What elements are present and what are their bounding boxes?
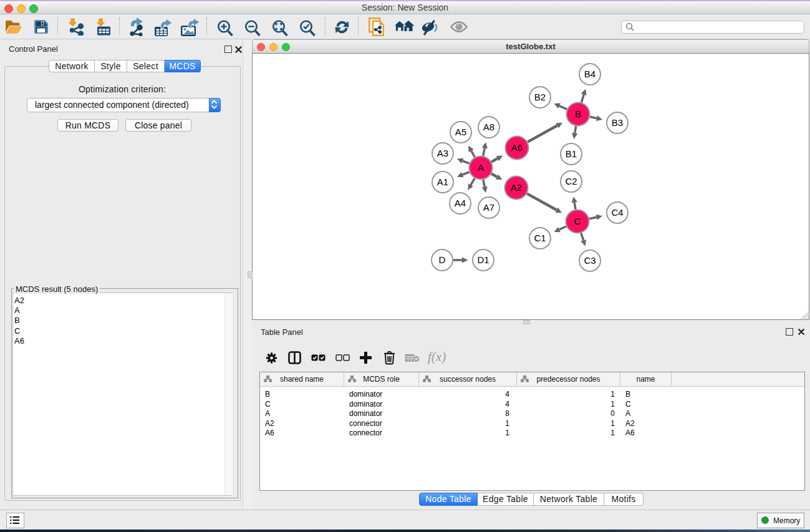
svg-text:B4: B4 bbox=[584, 69, 595, 79]
svg-text:A3: A3 bbox=[437, 148, 448, 158]
svg-text:A5: A5 bbox=[455, 127, 466, 137]
svg-text:B3: B3 bbox=[612, 117, 623, 128]
svg-text:A4: A4 bbox=[455, 198, 466, 208]
svg-text:C1: C1 bbox=[534, 233, 546, 243]
svg-text:A: A bbox=[478, 162, 484, 173]
svg-text:B2: B2 bbox=[534, 92, 546, 102]
svg-text:C3: C3 bbox=[584, 255, 595, 266]
svg-text:A6: A6 bbox=[511, 142, 523, 153]
svg-text:A2: A2 bbox=[511, 182, 522, 193]
svg-text:C4: C4 bbox=[611, 207, 623, 218]
svg-text:B: B bbox=[575, 109, 581, 119]
svg-text:D: D bbox=[439, 254, 446, 265]
svg-text:A7: A7 bbox=[483, 202, 494, 213]
svg-text:B1: B1 bbox=[566, 148, 577, 159]
svg-text:A8: A8 bbox=[483, 122, 494, 132]
svg-text:C2: C2 bbox=[565, 176, 577, 186]
svg-text:C: C bbox=[574, 216, 581, 226]
svg-text:D1: D1 bbox=[477, 254, 489, 265]
svg-text:A1: A1 bbox=[437, 177, 448, 187]
